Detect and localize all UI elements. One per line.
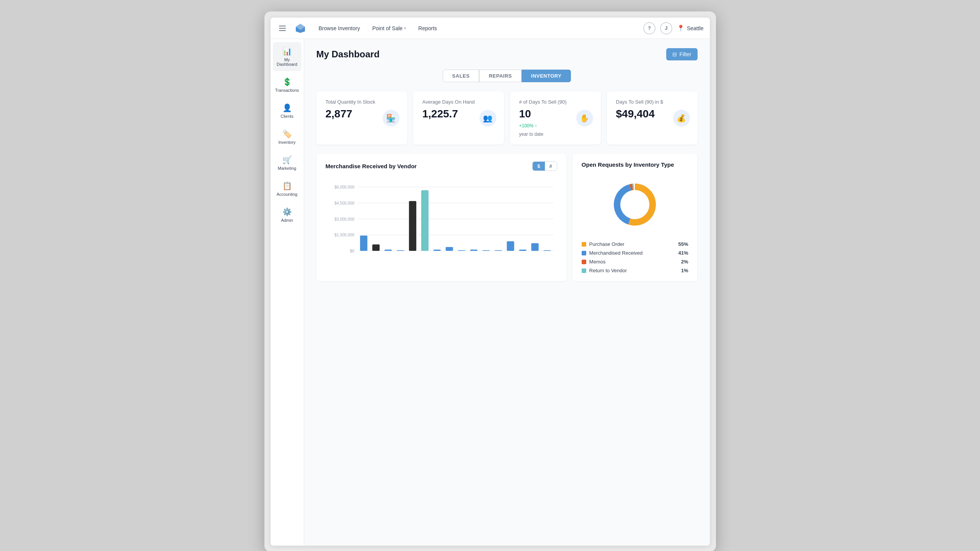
user-avatar-button[interactable]: J: [660, 22, 672, 34]
filter-button[interactable]: ⊟ Filter: [666, 48, 697, 60]
location-button[interactable]: 📍 Seattle: [677, 24, 704, 32]
legend-pct: 2%: [681, 259, 688, 265]
stat-trend-label: year to date: [519, 132, 592, 137]
svg-rect-17: [445, 247, 453, 251]
nav-browse-inventory[interactable]: Browse Inventory: [313, 18, 366, 39]
stat-card-total-qty: Total Quantity In Stock 2,877 🏪: [316, 91, 407, 145]
top-nav: Browse Inventory Point of Sale ▾ Reports…: [271, 18, 710, 39]
legend-label: Memos: [589, 259, 606, 265]
svg-rect-24: [531, 243, 538, 251]
tab-sales[interactable]: SALES: [443, 70, 479, 82]
svg-rect-12: [384, 250, 391, 251]
sidebar-item-transactions[interactable]: 💲 Transactions: [273, 73, 302, 97]
sidebar: 📊 My Dashboard 💲 Transactions 👤 Clients …: [271, 39, 304, 546]
svg-text:$0: $0: [350, 249, 354, 253]
sidebar-item-accounting[interactable]: 📋 Accounting: [273, 177, 302, 201]
legend-label: Merchandised Received: [589, 250, 642, 256]
page-header: My Dashboard ⊟ Filter: [316, 48, 698, 60]
legend-pct: 1%: [681, 268, 688, 273]
sidebar-label-marketing: Marketing: [278, 166, 296, 171]
browser-frame: Browse Inventory Point of Sale ▾ Reports…: [264, 11, 716, 551]
app-window: Browse Inventory Point of Sale ▾ Reports…: [271, 18, 710, 546]
sidebar-item-clients[interactable]: 👤 Clients: [273, 99, 302, 123]
stat-label-avg-days: Average Days On Hand: [422, 99, 495, 105]
sidebar-item-inventory[interactable]: 🏷️ Inventory: [273, 125, 302, 149]
legend-pct: 41%: [678, 250, 688, 256]
toggle-dollar-button[interactable]: $: [533, 162, 545, 171]
donut-container: Purchase Order 55% Merchandised Received…: [582, 174, 688, 273]
tab-inventory[interactable]: INVENTORY: [522, 70, 571, 82]
bar-chart-svg: $6,000,000$4,500,000$3,000,000$1,500,000…: [326, 177, 557, 269]
stat-label-days-to-sell: # of Days To Sell (90): [519, 99, 592, 105]
legend-dot: [582, 268, 586, 273]
sidebar-icon-accounting: 📋: [282, 181, 292, 190]
nav-point-of-sale[interactable]: Point of Sale ▾: [366, 18, 412, 39]
donut-chart-card: Open Requests by Inventory Type Purchase…: [572, 154, 698, 281]
bar-chart-card: Merchandise Received by Vendor $ # $6,00…: [316, 154, 566, 281]
sidebar-item-admin[interactable]: ⚙️ Admin: [273, 203, 302, 227]
hamburger-button[interactable]: [277, 23, 288, 33]
legend-left: Memos: [582, 259, 606, 265]
stat-icon-days-to-sell: ✋: [576, 110, 593, 127]
main-layout: 📊 My Dashboard 💲 Transactions 👤 Clients …: [271, 39, 710, 546]
legend-left: Merchandised Received: [582, 250, 642, 256]
stats-row: Total Quantity In Stock 2,877 🏪 Average …: [316, 91, 698, 145]
charts-row: Merchandise Received by Vendor $ # $6,00…: [316, 154, 698, 281]
svg-rect-13: [396, 250, 404, 251]
stat-label-total-qty: Total Quantity In Stock: [326, 99, 398, 105]
svg-rect-14: [409, 201, 416, 251]
stat-card-avg-days: Average Days On Hand 1,225.7 👥: [413, 91, 504, 145]
main-content: My Dashboard ⊟ Filter SALESREPAIRSINVENT…: [304, 39, 710, 546]
legend-dot: [582, 251, 586, 255]
svg-rect-10: [360, 236, 367, 251]
stat-card-days-to-sell: # of Days To Sell (90) 10 +100% ↑ year t…: [510, 91, 601, 145]
help-button[interactable]: ?: [643, 22, 656, 34]
sidebar-icon-dashboard: 📊: [282, 47, 292, 56]
donut-chart-header: Open Requests by Inventory Type: [582, 161, 688, 168]
legend-pct: 55%: [678, 241, 688, 247]
svg-text:$3,000,000: $3,000,000: [334, 217, 354, 221]
nav-reports[interactable]: Reports: [412, 18, 443, 39]
svg-rect-16: [433, 250, 440, 251]
sidebar-label-dashboard: My Dashboard: [276, 57, 298, 67]
sidebar-icon-transactions: 💲: [282, 77, 292, 86]
svg-rect-22: [507, 241, 514, 251]
svg-text:$6,000,000: $6,000,000: [334, 185, 354, 189]
donut-chart-title: Open Requests by Inventory Type: [582, 161, 674, 168]
sidebar-label-transactions: Transactions: [275, 88, 299, 93]
tab-repairs[interactable]: REPAIRS: [479, 70, 521, 82]
svg-rect-18: [458, 250, 465, 251]
legend-item: Merchandised Received 41%: [582, 250, 688, 256]
logo-icon: [294, 22, 307, 34]
sidebar-icon-clients: 👤: [282, 103, 292, 112]
sidebar-label-admin: Admin: [281, 218, 293, 223]
legend-left: Return to Vendor: [582, 268, 627, 273]
sidebar-item-marketing[interactable]: 🛒 Marketing: [273, 151, 302, 175]
sidebar-item-dashboard[interactable]: 📊 My Dashboard: [273, 42, 302, 71]
legend-dot: [582, 260, 586, 264]
legend-label: Purchase Order: [589, 241, 625, 247]
stat-label-days-to-sell-dollar: Days To Sell (90) in $: [616, 99, 688, 105]
nav-pos-label: Point of Sale: [372, 25, 403, 31]
toggle-hash-button[interactable]: #: [545, 162, 557, 171]
svg-rect-25: [543, 250, 551, 251]
legend-item: Purchase Order 55%: [582, 241, 688, 247]
bar-chart-header: Merchandise Received by Vendor $ #: [326, 161, 557, 171]
filter-icon: ⊟: [672, 51, 677, 57]
stat-card-days-to-sell-dollar: Days To Sell (90) in $ $49,404 💰: [607, 91, 698, 145]
svg-text:$1,500,000: $1,500,000: [334, 233, 354, 237]
bar-chart-title: Merchandise Received by Vendor: [326, 163, 417, 169]
chart-toggle: $ #: [532, 161, 557, 171]
page-title: My Dashboard: [316, 49, 380, 60]
location-label: Seattle: [687, 25, 704, 31]
stat-icon-avg-days: 👥: [479, 110, 496, 127]
legend-left: Purchase Order: [582, 241, 625, 247]
svg-rect-19: [470, 250, 477, 251]
nav-right: ? J 📍 Seattle: [643, 22, 704, 34]
nav-links: Browse Inventory Point of Sale ▾ Reports: [313, 18, 640, 39]
tabs-row: SALESREPAIRSINVENTORY: [316, 70, 698, 82]
stat-icon-total-qty: 🏪: [383, 110, 400, 127]
sidebar-label-inventory: Inventory: [278, 140, 295, 145]
sidebar-label-clients: Clients: [280, 114, 294, 119]
donut-svg: [604, 174, 665, 235]
